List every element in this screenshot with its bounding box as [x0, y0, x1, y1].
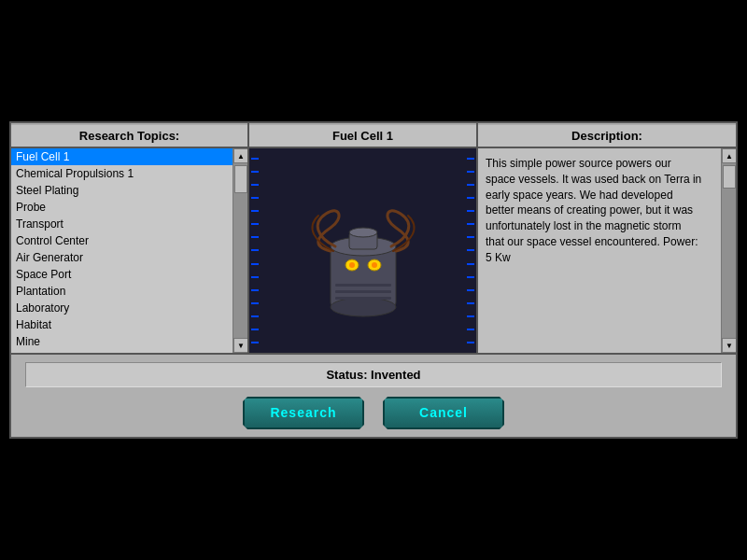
left-panel: Research Topics: Fuel Cell 1Chemical Pro…: [11, 123, 249, 353]
bottom-section: Status: Invented Research Cancel: [11, 353, 736, 437]
item-name-header: Fuel Cell 1: [249, 123, 476, 148]
list-item[interactable]: Space Port: [11, 266, 233, 283]
fuel-cell-image: [289, 176, 438, 326]
svg-point-5: [349, 228, 377, 237]
scroll-up-btn[interactable]: ▲: [233, 148, 247, 163]
right-blue-lines: [465, 148, 476, 353]
desc-scroll-track: [722, 163, 736, 338]
list-item[interactable]: Control Center: [11, 232, 233, 249]
description-content: This simple power source powers our spac…: [486, 157, 701, 264]
list-container: Fuel Cell 1Chemical Propulsions 1Steel P…: [11, 148, 247, 353]
description-header: Description:: [478, 123, 736, 148]
research-topics-header: Research Topics:: [11, 123, 247, 148]
scroll-thumb[interactable]: [234, 165, 247, 193]
desc-scroll-up[interactable]: ▲: [722, 148, 736, 163]
list-item[interactable]: Transport: [11, 216, 233, 232]
list-item[interactable]: Laboratory: [11, 300, 233, 316]
desc-scroll-thumb[interactable]: [723, 165, 736, 189]
middle-panel: Fuel Cell 1: [249, 123, 478, 353]
desc-scrollbar: ▲ ▼: [721, 148, 736, 353]
research-list[interactable]: Fuel Cell 1Chemical Propulsions 1Steel P…: [11, 148, 233, 353]
right-panel: Description: This simple power source po…: [478, 123, 736, 353]
scroll-down-btn[interactable]: ▼: [233, 338, 247, 353]
svg-point-3: [331, 298, 396, 316]
list-item[interactable]: Air Generator: [11, 249, 233, 266]
item-view-area: [249, 148, 476, 353]
svg-point-9: [372, 262, 377, 268]
desc-container: This simple power source powers our spac…: [478, 148, 736, 353]
description-text: This simple power source powers our spac…: [478, 148, 721, 353]
list-item[interactable]: Chemical Propulsions 1: [11, 165, 233, 182]
cancel-button[interactable]: Cancel: [383, 397, 504, 429]
status-bar: Status: Invented: [25, 362, 722, 387]
research-button[interactable]: Research: [243, 397, 364, 429]
svg-rect-12: [335, 297, 391, 300]
svg-rect-10: [335, 284, 391, 287]
list-scrollbar: ▲ ▼: [233, 148, 247, 353]
button-row: Research Cancel: [25, 397, 722, 429]
top-row: Research Topics: Fuel Cell 1Chemical Pro…: [11, 123, 736, 353]
svg-point-8: [349, 262, 355, 268]
desc-scroll-down[interactable]: ▼: [722, 338, 736, 353]
svg-rect-11: [335, 290, 391, 293]
list-item[interactable]: Probe: [11, 199, 233, 216]
list-item[interactable]: Mine: [11, 333, 233, 350]
list-item[interactable]: Habitat: [11, 316, 233, 333]
list-item[interactable]: Steel Plating: [11, 182, 233, 199]
research-dialog: Research Topics: Fuel Cell 1Chemical Pro…: [9, 121, 738, 439]
scroll-track: [233, 163, 247, 338]
list-item[interactable]: Plantation: [11, 283, 233, 300]
left-blue-lines: [249, 148, 261, 353]
list-item[interactable]: Fuel Cell 1: [11, 148, 233, 165]
